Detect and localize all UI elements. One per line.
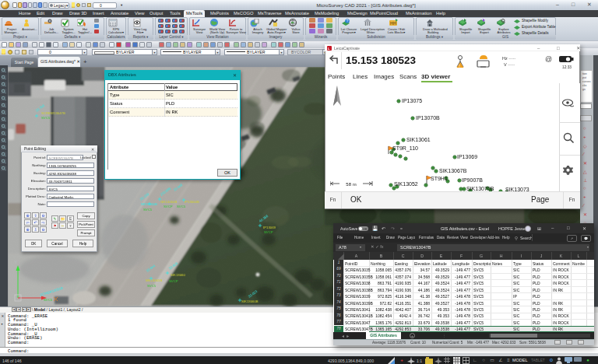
svg-text:SVCP: SVCP <box>164 205 173 208</box>
svg-text:58 m: 58 m <box>346 182 356 187</box>
svg-text:33.046: 33.046 <box>173 183 184 192</box>
svg-text:SVC5: SVC5 <box>143 208 153 212</box>
svg-text:40.356: 40.356 <box>259 214 269 223</box>
svg-text:IP13069: IP13069 <box>263 226 276 229</box>
svg-text:GR13060B: GR13060B <box>160 200 177 204</box>
svg-text:?: ? <box>346 19 349 23</box>
svg-text:SCREW13051B: SCREW13051B <box>40 286 64 297</box>
svg-text:SIK13060: SIK13060 <box>171 273 185 277</box>
svg-text:SVCP: SVCP <box>169 279 178 283</box>
svg-text:33.828: 33.828 <box>168 261 179 271</box>
svg-text:HH: HH <box>390 21 396 26</box>
svg-text:SCREW13047B: SCREW13047B <box>41 111 65 115</box>
svg-text:SVC5: SVC5 <box>41 116 51 120</box>
svg-text:SIK13060B: SIK13060B <box>241 299 259 303</box>
svg-text:33.139: 33.139 <box>139 192 150 201</box>
svg-text:MK13065B: MK13065B <box>146 278 162 282</box>
svg-text:SVC5: SVC5 <box>177 205 186 208</box>
svg-text:IP13064B: IP13064B <box>185 200 199 204</box>
svg-text:Y: Y <box>14 260 17 264</box>
svg-text:SVC5: SVC5 <box>44 298 53 302</box>
svg-text:233.585: 233.585 <box>160 186 172 196</box>
svg-text:33.023: 33.023 <box>248 289 259 299</box>
svg-text:SR13060B: SR13060B <box>141 202 157 206</box>
svg-text:SVC5: SVC5 <box>147 284 157 288</box>
svg-text:33.844: 33.844 <box>146 264 157 273</box>
svg-text:SVCP: SVCP <box>264 230 273 234</box>
